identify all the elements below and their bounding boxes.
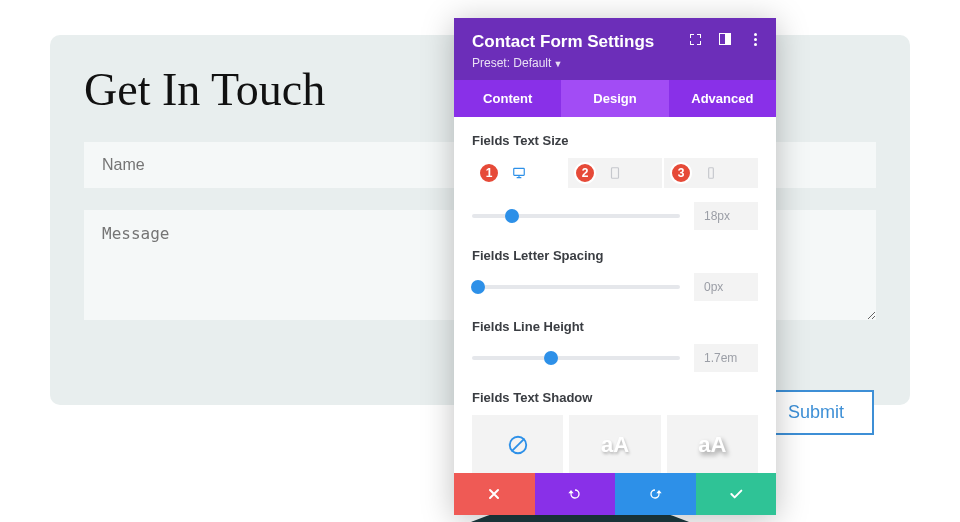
more-menu-icon[interactable] xyxy=(748,32,762,46)
svg-rect-0 xyxy=(514,168,525,175)
tab-content[interactable]: Content xyxy=(454,80,561,117)
annotation-badge-3: 3 xyxy=(670,162,692,184)
tablet-icon xyxy=(608,166,622,180)
check-icon xyxy=(728,486,744,502)
panel-body: Fields Text Size 1 2 3 18px Fields Lette… xyxy=(454,117,776,473)
undo-button[interactable] xyxy=(535,473,616,515)
svg-rect-1 xyxy=(612,168,619,179)
slider-thumb[interactable] xyxy=(544,351,558,365)
tab-design[interactable]: Design xyxy=(561,80,668,117)
preset-label: Preset: Default xyxy=(472,56,551,70)
panel-layout-icon[interactable] xyxy=(718,32,732,46)
letter-spacing-slider[interactable] xyxy=(472,285,680,289)
letter-spacing-value[interactable]: 0px xyxy=(694,273,758,301)
shadow-option-light[interactable]: aA xyxy=(569,415,660,473)
section-label-line-height: Fields Line Height xyxy=(472,319,758,334)
tab-advanced[interactable]: Advanced xyxy=(669,80,776,117)
redo-button[interactable] xyxy=(615,473,696,515)
device-phone[interactable]: 3 xyxy=(664,158,758,188)
device-desktop[interactable]: 1 xyxy=(472,158,568,188)
caret-down-icon: ▼ xyxy=(553,59,562,69)
panel-tabs: Content Design Advanced xyxy=(454,80,776,117)
close-icon xyxy=(486,486,502,502)
phone-icon xyxy=(704,166,718,180)
save-button[interactable] xyxy=(696,473,777,515)
shadow-sample: aA xyxy=(601,432,629,458)
line-height-slider[interactable] xyxy=(472,356,680,360)
shadow-option-dark[interactable]: aA xyxy=(667,415,758,473)
panel-header: Contact Form Settings Preset: Default▼ xyxy=(454,18,776,80)
svg-rect-2 xyxy=(709,168,714,179)
device-tablet[interactable]: 2 xyxy=(568,158,664,188)
desktop-icon xyxy=(512,166,526,180)
slider-thumb[interactable] xyxy=(505,209,519,223)
shadow-option-none[interactable] xyxy=(472,415,563,473)
shadow-sample: aA xyxy=(698,432,726,458)
annotation-badge-2: 2 xyxy=(574,162,596,184)
text-shadow-options: aA aA xyxy=(472,415,758,473)
svg-line-4 xyxy=(511,439,524,452)
cancel-button[interactable] xyxy=(454,473,535,515)
text-size-value[interactable]: 18px xyxy=(694,202,758,230)
line-height-value[interactable]: 1.7em xyxy=(694,344,758,372)
redo-icon xyxy=(647,486,663,502)
preset-dropdown[interactable]: Preset: Default▼ xyxy=(472,56,758,70)
panel-footer xyxy=(454,473,776,515)
text-size-slider[interactable] xyxy=(472,214,680,218)
annotation-badge-1: 1 xyxy=(478,162,500,184)
slider-thumb[interactable] xyxy=(471,280,485,294)
none-icon xyxy=(507,434,529,456)
expand-icon[interactable] xyxy=(688,32,702,46)
section-label-text-shadow: Fields Text Shadow xyxy=(472,390,758,405)
settings-panel: Contact Form Settings Preset: Default▼ C… xyxy=(454,18,776,515)
section-label-letter-spacing: Fields Letter Spacing xyxy=(472,248,758,263)
undo-icon xyxy=(567,486,583,502)
section-label-text-size: Fields Text Size xyxy=(472,133,758,148)
responsive-device-tabs: 1 2 3 xyxy=(472,158,758,188)
